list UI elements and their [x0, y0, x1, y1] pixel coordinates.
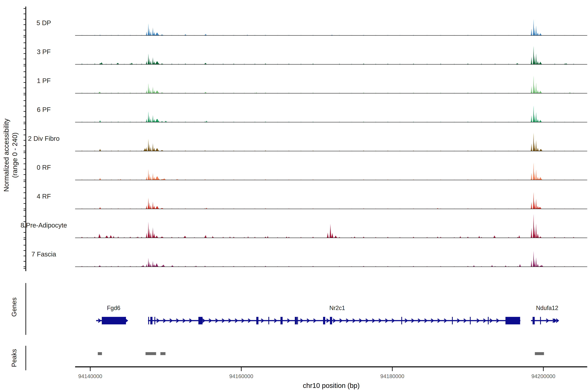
- exon-thick: [256, 317, 258, 324]
- track-label-3-pf: 3 PF: [14, 48, 73, 56]
- x-tick-label-94180000: 94180000: [368, 373, 417, 380]
- exon-thin: [297, 317, 298, 324]
- track-5-dp: [75, 19, 587, 36]
- y-axis-title-line1: Normalized accessibility: [2, 74, 10, 237]
- exon-thin: [540, 317, 541, 324]
- exon-thin: [452, 317, 453, 324]
- exon-thick: [330, 317, 332, 324]
- accessibility-tracks: [75, 19, 587, 267]
- exon-thick: [295, 317, 297, 324]
- track-0-rf: [75, 163, 587, 180]
- exon-thick: [280, 317, 282, 324]
- track-label-7-fascia: 7 Fascia: [14, 250, 73, 258]
- exon-thick: [323, 317, 325, 324]
- exon-box: [506, 317, 520, 324]
- gene-ndufa12: [531, 317, 558, 324]
- x-axis-title: chr10 position (bp): [282, 382, 380, 390]
- gene-label-fgd6: Fgd6: [80, 304, 148, 312]
- signal-area: [75, 214, 587, 238]
- gene-label-ndufa12: Ndufa12: [513, 304, 582, 312]
- track-label-2-div-fibro: 2 Div Fibro: [14, 134, 73, 142]
- gene-nr2c1: [148, 317, 520, 324]
- track-3-pf: [75, 46, 587, 64]
- track-4-rf: [75, 192, 587, 209]
- peak-region-box: [98, 352, 102, 355]
- signal-area: [75, 106, 587, 122]
- peak-region-box: [535, 352, 544, 355]
- track-label-1-pf: 1 PF: [14, 77, 73, 84]
- x-tick-label-94160000: 94160000: [217, 373, 266, 380]
- exon-thin: [154, 317, 155, 324]
- signal-area: [75, 163, 587, 180]
- coverage-plot-canvas: [0, 0, 588, 392]
- track-label-5-dp: 5 DP: [14, 19, 73, 27]
- exon-thin: [470, 317, 471, 324]
- signal-area: [75, 251, 587, 267]
- track-label-8-pre-adipocyte: 8 Pre-Adipocyte: [14, 221, 73, 229]
- track-label-6-pf: 6 PF: [14, 106, 73, 114]
- track-6-pf: [75, 106, 587, 122]
- exon-thick: [533, 317, 535, 324]
- signal-area: [75, 46, 587, 64]
- exon-thin: [268, 317, 269, 324]
- x-tick-label-94140000: 94140000: [66, 373, 115, 380]
- track-label-4-rf: 4 RF: [14, 192, 73, 200]
- exon-box: [198, 317, 202, 324]
- y-axis-title: Normalized accessibility (range 0 - 240): [2, 74, 19, 237]
- genes-section-label: Genes: [10, 282, 18, 332]
- genome-browser-figure: Normalized accessibility (range 0 - 240)…: [0, 0, 588, 392]
- x-axis: [75, 367, 587, 371]
- gene-label-nr2c1: Nr2c1: [303, 304, 372, 312]
- exon-thin: [148, 317, 149, 324]
- peaks-section-label: Peaks: [10, 334, 18, 382]
- gene-fgd6: [96, 317, 128, 324]
- track-label-0-rf: 0 RF: [14, 164, 73, 171]
- peak-region-box: [160, 352, 166, 355]
- track-8-pre-adipocyte: [75, 214, 587, 238]
- signal-area: [75, 133, 587, 151]
- signal-area: [75, 19, 587, 36]
- peak-region-box: [146, 352, 156, 355]
- track-7-fascia: [75, 251, 587, 267]
- track-2-div-fibro: [75, 133, 587, 151]
- x-tick-label-94200000: 94200000: [519, 373, 568, 380]
- exon-thin: [488, 317, 489, 324]
- track-1-pf: [75, 76, 587, 93]
- signal-area: [75, 76, 587, 93]
- signal-area: [75, 192, 587, 209]
- exon-thin: [401, 317, 402, 324]
- exon-thick: [150, 317, 152, 324]
- y-axis-title-line2: (range 0 - 240): [10, 74, 19, 237]
- exon-box: [102, 317, 126, 324]
